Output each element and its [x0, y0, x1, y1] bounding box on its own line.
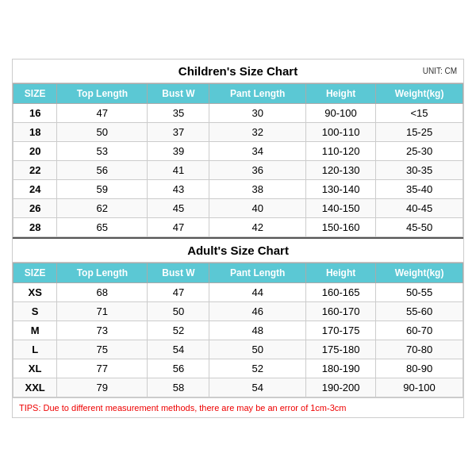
- table-cell: 50: [209, 340, 306, 359]
- table-cell: 79: [57, 378, 148, 397]
- table-cell: 60-70: [376, 321, 463, 340]
- table-cell: L: [13, 340, 57, 359]
- table-cell: 34: [209, 141, 306, 160]
- table-cell: 90-100: [376, 378, 463, 397]
- tips-row: TIPS: Due to different measurement metho…: [13, 397, 463, 417]
- table-cell: 56: [148, 359, 209, 378]
- table-row: 24594338130-14035-40: [13, 179, 463, 198]
- table-cell: 35: [148, 103, 209, 122]
- col-header-pant-length: Pant Length: [209, 83, 306, 103]
- table-row: 18503732100-11015-25: [13, 122, 463, 141]
- tips-text: TIPS: Due to different measurement metho…: [19, 403, 346, 413]
- table-cell: 30: [209, 103, 306, 122]
- table-cell: 40-45: [376, 198, 463, 217]
- col-header-weight: Weight(kg): [376, 83, 463, 103]
- children-title-row: Children's Size Chart UNIT: CM: [13, 60, 463, 83]
- children-title: Children's Size Chart: [178, 64, 298, 78]
- table-row: XXL795854190-20090-100: [13, 378, 463, 397]
- table-cell: 30-35: [376, 160, 463, 179]
- table-cell: <15: [376, 103, 463, 122]
- table-cell: 150-160: [306, 217, 376, 236]
- adult-col-header-height: Height: [306, 263, 376, 282]
- table-row: 28654742150-16045-50: [13, 217, 463, 236]
- table-cell: 47: [148, 217, 209, 236]
- table-cell: 50-55: [376, 282, 463, 301]
- table-cell: M: [13, 321, 57, 340]
- table-cell: 50: [57, 122, 148, 141]
- table-cell: XXL: [13, 378, 57, 397]
- table-cell: 42: [209, 217, 306, 236]
- table-cell: 80-90: [376, 359, 463, 378]
- table-row: 26624540140-15040-45: [13, 198, 463, 217]
- children-table: SIZE Top Length Bust W Pant Length Heigh…: [13, 83, 463, 237]
- table-cell: 15-25: [376, 122, 463, 141]
- table-cell: 32: [209, 122, 306, 141]
- table-cell: 24: [13, 179, 57, 198]
- table-cell: 62: [57, 198, 148, 217]
- table-cell: 130-140: [306, 179, 376, 198]
- table-cell: 190-200: [306, 378, 376, 397]
- table-cell: 35-40: [376, 179, 463, 198]
- table-row: XS684744160-16550-55: [13, 282, 463, 301]
- table-cell: 71: [57, 301, 148, 321]
- adult-table: SIZE Top Length Bust W Pant Length Heigh…: [13, 263, 463, 397]
- table-cell: 70-80: [376, 340, 463, 359]
- table-cell: 45: [148, 198, 209, 217]
- table-cell: 46: [209, 301, 306, 321]
- table-cell: 37: [148, 122, 209, 141]
- table-row: 22564136120-13030-35: [13, 160, 463, 179]
- table-row: L755450175-18070-80: [13, 340, 463, 359]
- table-cell: 50: [148, 301, 209, 321]
- table-row: S715046160-17055-60: [13, 301, 463, 321]
- table-cell: 52: [148, 321, 209, 340]
- table-cell: XL: [13, 359, 57, 378]
- table-cell: 110-120: [306, 141, 376, 160]
- table-cell: 52: [209, 359, 306, 378]
- table-cell: 48: [209, 321, 306, 340]
- adult-title-row: Adult's Size Chart: [13, 237, 463, 263]
- table-cell: 43: [148, 179, 209, 198]
- table-cell: 54: [209, 378, 306, 397]
- table-cell: 180-190: [306, 359, 376, 378]
- adult-col-header-top-length: Top Length: [57, 263, 148, 282]
- table-cell: 65: [57, 217, 148, 236]
- table-cell: 22: [13, 160, 57, 179]
- table-cell: 77: [57, 359, 148, 378]
- table-cell: 56: [57, 160, 148, 179]
- table-cell: 59: [57, 179, 148, 198]
- table-cell: 75: [57, 340, 148, 359]
- table-cell: 55-60: [376, 301, 463, 321]
- table-cell: 100-110: [306, 122, 376, 141]
- table-cell: 58: [148, 378, 209, 397]
- table-cell: 140-150: [306, 198, 376, 217]
- table-cell: 170-175: [306, 321, 376, 340]
- table-cell: 47: [148, 282, 209, 301]
- table-cell: 28: [13, 217, 57, 236]
- table-cell: 36: [209, 160, 306, 179]
- col-header-top-length: Top Length: [57, 83, 148, 103]
- table-cell: 16: [13, 103, 57, 122]
- table-row: XL775652180-19080-90: [13, 359, 463, 378]
- adult-col-header-pant-length: Pant Length: [209, 263, 306, 282]
- table-cell: 41: [148, 160, 209, 179]
- table-cell: 25-30: [376, 141, 463, 160]
- table-cell: 20: [13, 141, 57, 160]
- table-cell: 53: [57, 141, 148, 160]
- table-row: 20533934110-12025-30: [13, 141, 463, 160]
- table-row: M735248170-17560-70: [13, 321, 463, 340]
- table-cell: 120-130: [306, 160, 376, 179]
- table-cell: 90-100: [306, 103, 376, 122]
- table-cell: 40: [209, 198, 306, 217]
- col-header-height: Height: [306, 83, 376, 103]
- table-cell: XS: [13, 282, 57, 301]
- chart-container: Children's Size Chart UNIT: CM SIZE Top …: [12, 59, 464, 418]
- table-cell: 160-165: [306, 282, 376, 301]
- table-row: 1647353090-100<15: [13, 103, 463, 122]
- adult-title: Adult's Size Chart: [187, 244, 289, 257]
- table-cell: 160-170: [306, 301, 376, 321]
- table-cell: S: [13, 301, 57, 321]
- table-cell: 73: [57, 321, 148, 340]
- unit-label: UNIT: CM: [423, 67, 457, 75]
- col-header-size: SIZE: [13, 83, 57, 103]
- adult-col-header-bust-w: Bust W: [148, 263, 209, 282]
